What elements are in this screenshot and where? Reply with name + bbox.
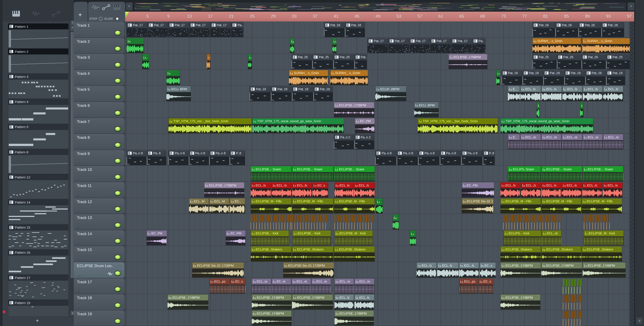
scroll-down-button[interactable]: v — [636, 317, 643, 325]
scroll-right-button[interactable]: > — [628, 2, 634, 11]
track-mute-led[interactable] — [114, 158, 121, 164]
clip-header[interactable]: EC..s — [478, 278, 493, 285]
audio-clip[interactable]: ECLIPSE..- Snare — [541, 166, 582, 181]
audio-clip[interactable]: ECLIP..2BPM — [375, 86, 406, 101]
clip-header[interactable]: ECLIP..2BPM — [375, 86, 406, 92]
track-name[interactable]: Track 11 — [77, 184, 92, 188]
track-header[interactable]: Track 5... — [74, 86, 124, 102]
audio-clip[interactable]: EC..PM — [226, 230, 246, 246]
clip-header[interactable]: ECL..ls — [583, 86, 603, 92]
clip-header[interactable]: ECLIPSE..Shakers — [292, 246, 334, 252]
clip-header[interactable]: ECLIPSE..M - Kick — [584, 230, 624, 236]
audio-clip[interactable]: TSP_HTM_175_voc.._box_hook_Gmin — [168, 118, 252, 133]
clip-header[interactable] — [410, 230, 416, 237]
audio-clip[interactable]: ECLIPSE..M - Fills — [582, 198, 622, 214]
pattern-clip[interactable]: Pa.. — [231, 22, 243, 37]
clip-header[interactable]: ECLIPSE..Shakers — [541, 246, 581, 252]
track-mute-led[interactable] — [114, 271, 121, 276]
pattern-clip[interactable]: Pat..19 — [544, 70, 564, 85]
audio-clip[interactable]: EC..PM — [462, 182, 494, 198]
clip-header[interactable]: Pa..n 8 — [461, 150, 482, 156]
pattern-title[interactable]: Pattern 1 — [8, 24, 68, 29]
track-mute-led[interactable] — [114, 46, 121, 51]
track-menu-dots[interactable]: ... — [77, 145, 82, 149]
clip-header[interactable]: ECL..ls — [562, 182, 582, 188]
track-mute-led[interactable] — [114, 191, 121, 196]
clip-header[interactable]: TSP_HTM_175_voc.._box_hook_Gmin — [418, 118, 498, 124]
track-header[interactable]: Track 3... — [74, 54, 124, 70]
automation-link-icon[interactable] — [102, 4, 110, 10]
clip-header[interactable]: EC..PM — [355, 118, 375, 124]
clip-header[interactable]: Pat..17 — [190, 22, 210, 28]
clip-header[interactable]: ECL..M — [209, 198, 229, 204]
track-mute-led[interactable] — [114, 126, 121, 131]
audio-clip[interactable]: ECL..M — [189, 198, 209, 214]
track-mute-led[interactable] — [114, 175, 121, 180]
percussion-stripe-clip[interactable] — [584, 214, 610, 230]
audio-clip[interactable]: ECL..ls — [562, 86, 582, 101]
timeline-ruler[interactable]: 5913172125293337414549535761656973778185… — [125, 12, 634, 22]
percussion-stripe-clip[interactable] — [563, 294, 582, 310]
track-name[interactable]: Track 2 — [77, 39, 90, 44]
pattern-item[interactable]: Pattern 2 — [8, 49, 68, 73]
audio-clip[interactable]: ECL..ck — [542, 230, 561, 246]
track-menu-dots[interactable]: ... — [77, 81, 82, 84]
audio-clip[interactable]: ECL..ls — [583, 86, 603, 101]
arrangement-overview[interactable] — [134, 2, 626, 11]
pattern-clip[interactable]: Pat..19 — [314, 86, 333, 101]
clip-header[interactable]: EC..PM — [146, 230, 167, 236]
clip-header[interactable]: Pa..n 8 — [189, 150, 209, 156]
track-menu-dots[interactable]: ... — [77, 321, 82, 325]
clip-header[interactable]: Pat..25 — [557, 54, 581, 60]
audio-clip[interactable] — [206, 54, 210, 69]
clip-header[interactable]: ECLIPSE..M - Fills — [500, 198, 541, 204]
track-name[interactable]: ECLIPSE Drum Loo.. — [77, 264, 114, 268]
clip-header[interactable]: ECL..ls — [603, 86, 623, 92]
clip-header[interactable]: ECLIPSE..174BPM — [334, 310, 374, 316]
audio-clip[interactable]: EC..PM — [146, 230, 167, 246]
pattern-title[interactable]: Pattern 5 — [8, 124, 68, 130]
track-header[interactable]: Track 15... — [74, 246, 124, 262]
pattern-item[interactable]: Pattern 8 — [8, 149, 68, 174]
clip-header[interactable]: EC..PM — [226, 230, 246, 236]
vertical-scrollbar[interactable] — [635, 0, 644, 326]
clip-header[interactable]: ECL..re — [312, 278, 331, 285]
track-mute-led[interactable] — [114, 142, 121, 147]
clip-header[interactable]: ECLIPSE..- Kick — [251, 230, 289, 236]
audio-clip[interactable] — [126, 38, 144, 53]
pattern-title[interactable]: Pattern 3 — [8, 74, 68, 79]
clip-header[interactable]: ECL..ls — [582, 182, 602, 188]
audio-clip[interactable]: ECLIPSE..- Kick — [292, 230, 331, 246]
audio-clip[interactable]: ECL..re — [334, 278, 354, 294]
audio-clip[interactable]: ECLIPSE..174BPM — [292, 294, 333, 310]
track-header[interactable]: Track 2... — [74, 38, 124, 54]
track-menu-dots[interactable]: ... — [77, 129, 82, 132]
piano-icon[interactable] — [12, 10, 20, 17]
pattern-clip[interactable]: Pa.. — [472, 38, 486, 53]
clip-header[interactable]: ECL..ps — [459, 278, 478, 285]
clip-header[interactable]: Pat..19 — [586, 70, 606, 76]
pattern-clip[interactable]: Pat..17 — [210, 22, 231, 37]
audio-clip[interactable]: ECLIPSE..M - Fills — [334, 198, 375, 214]
track-menu-dots[interactable]: ... — [77, 65, 82, 69]
clip-header[interactable]: ECLIPSE..175BPM — [334, 102, 374, 108]
clip-header[interactable]: Pat..16 — [324, 22, 344, 28]
clip-header[interactable]: ECLIPSE..- Snare — [583, 166, 623, 172]
clip-header[interactable]: Pa..n 8 — [126, 150, 146, 156]
audio-clip[interactable]: ECLIPSE..Shakers — [500, 246, 541, 261]
clip-header[interactable]: ECLIPSE..M - Kick — [334, 230, 373, 236]
clip-header[interactable]: ECL..ls — [521, 182, 541, 188]
audio-clip[interactable]: ECL..ls — [541, 182, 561, 198]
pattern-title[interactable]: Pattern 8 — [8, 149, 68, 155]
pattern-item[interactable]: Pattern 16 — [8, 250, 68, 274]
clip-header[interactable]: EC.. — [230, 198, 245, 204]
track-header[interactable]: Track 1... — [74, 22, 124, 38]
clip-header[interactable] — [206, 54, 210, 61]
clip-header[interactable]: ECLIPSE Sw..01 172BPM — [192, 262, 244, 268]
percussion-stripe-clip[interactable] — [503, 214, 560, 230]
audio-clip[interactable]: TSP_HTM_175_vocal..sound_go_wow_Gmin — [252, 118, 344, 133]
pattern-title[interactable]: Pattern 16 — [8, 250, 68, 255]
clip-header[interactable]: ECLI..BPM — [414, 102, 439, 108]
clip-header[interactable] — [332, 38, 336, 45]
track-mute-led[interactable] — [114, 287, 121, 292]
